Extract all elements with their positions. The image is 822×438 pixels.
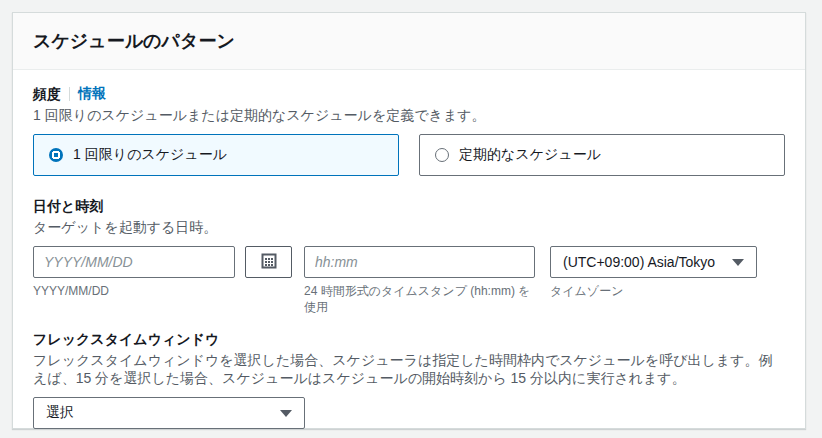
- flex-window-section: フレックスタイムウィンドウ フレックスタイムウィンドウを選択した場合、スケジュー…: [33, 329, 785, 429]
- radio-tile-recurring-schedule[interactable]: 定期的なスケジュール: [419, 134, 785, 176]
- timezone-selected-value: (UTC+09:00) Asia/Tokyo: [563, 254, 715, 270]
- date-helper-text: YYYY/MM/DD: [33, 283, 292, 299]
- frequency-info-link[interactable]: 情報: [78, 85, 106, 103]
- time-field-column: 24 時間形式のタイムスタンプ (hh:mm) を使用: [304, 246, 535, 315]
- radio-tile-label: 1 回限りのスケジュール: [73, 146, 227, 164]
- frequency-radio-group: 1 回限りのスケジュール 定期的なスケジュール: [33, 134, 785, 176]
- timezone-helper-text: タイムゾーン: [550, 283, 757, 299]
- date-field-column: YYYY/MM/DD: [33, 246, 292, 315]
- calendar-picker-button[interactable]: [245, 246, 292, 278]
- chevron-down-icon: [280, 410, 292, 417]
- radio-checked-icon[interactable]: [49, 148, 63, 162]
- flex-window-label: フレックスタイムウィンドウ: [33, 329, 785, 349]
- panel-title: スケジュールのパターン: [33, 29, 785, 53]
- datetime-fields-row: YYYY/MM/DD 24 時間形式のタイムスタンプ (hh:mm) を使用 (…: [33, 246, 785, 315]
- flex-window-description: フレックスタイムウィンドウを選択した場合、スケジューラは指定した時間枠内でスケジ…: [33, 351, 785, 387]
- date-input[interactable]: [33, 246, 235, 278]
- panel-header: スケジュールのパターン: [13, 13, 805, 70]
- radio-tile-label: 定期的なスケジュール: [459, 146, 601, 164]
- schedule-pattern-panel: スケジュールのパターン 頻度 情報 1 回限りのスケジュールまたは定期的なスケジ…: [12, 12, 806, 429]
- panel-body: 頻度 情報 1 回限りのスケジュールまたは定期的なスケジュールを定義できます。 …: [13, 70, 805, 438]
- flex-window-selected-value: 選択: [46, 404, 74, 422]
- calendar-icon: [261, 253, 277, 272]
- radio-tile-one-time-schedule[interactable]: 1 回限りのスケジュール: [33, 134, 399, 176]
- radio-unchecked-icon[interactable]: [435, 148, 449, 162]
- frequency-description: 1 回限りのスケジュールまたは定期的なスケジュールを定義できます。: [33, 106, 785, 124]
- frequency-label-row: 頻度 情報: [33, 84, 785, 104]
- timezone-select[interactable]: (UTC+09:00) Asia/Tokyo: [550, 246, 757, 278]
- date-input-group: [33, 246, 292, 278]
- chevron-down-icon: [732, 259, 744, 266]
- datetime-description: ターゲットを起動する日時。: [33, 218, 785, 236]
- label-divider: [69, 87, 70, 101]
- flex-window-select[interactable]: 選択: [33, 397, 305, 429]
- frequency-label: 頻度: [33, 84, 61, 104]
- datetime-label: 日付と時刻: [33, 196, 785, 216]
- time-helper-text: 24 時間形式のタイムスタンプ (hh:mm) を使用: [304, 283, 535, 315]
- timezone-field-column: (UTC+09:00) Asia/Tokyo タイムゾーン: [550, 246, 757, 315]
- time-input[interactable]: [304, 246, 535, 278]
